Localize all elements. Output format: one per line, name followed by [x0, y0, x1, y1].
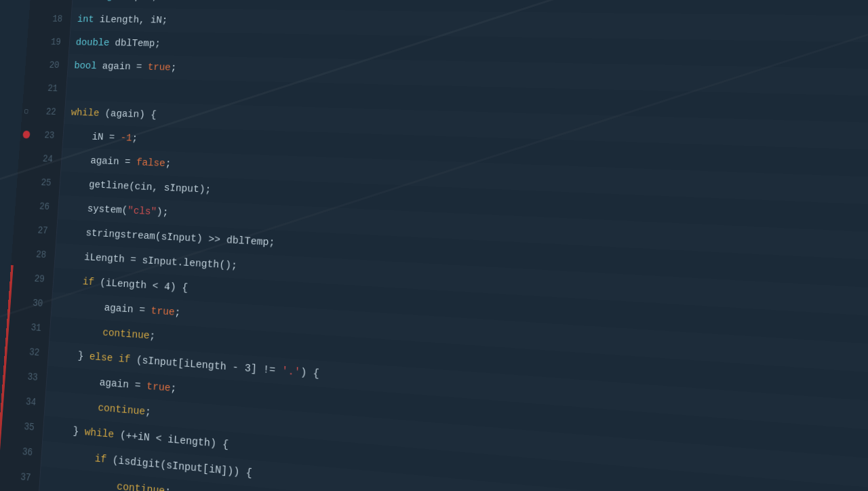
line-number-text: 19 — [51, 37, 62, 47]
line-number: 29 — [9, 265, 55, 292]
token-plain: iLength, iN; — [94, 14, 168, 26]
token-plain: again = — [96, 60, 148, 73]
code-block: 17string sInput;18int iLength, iN;19doub… — [0, 0, 868, 491]
token-plain: (++iN < iLength) { — [114, 428, 229, 451]
token-plain: getline(cin, sInput); — [66, 178, 211, 196]
line-number-text: 17 — [54, 0, 64, 1]
token-plain: (iLength < 4) { — [94, 276, 188, 294]
token-val: false — [136, 157, 165, 170]
line-number: 30 — [7, 290, 53, 317]
line-number: 32 — [4, 338, 50, 366]
line-number-text: 25 — [41, 177, 52, 188]
token-val: -1 — [120, 132, 132, 144]
token-kw: if — [60, 274, 95, 288]
red-bar — [9, 265, 14, 290]
line-number: 17 — [30, 0, 74, 7]
token-plain: sInput; — [112, 0, 158, 3]
token-val: true — [146, 380, 171, 395]
red-bar — [4, 338, 8, 362]
token-plain: again = — [58, 298, 151, 317]
token-plain: ; — [174, 306, 181, 319]
token-kw: if — [47, 448, 106, 466]
token-plain: } — [54, 348, 90, 363]
token-str: "cls" — [127, 204, 157, 218]
token-val: true — [151, 305, 175, 319]
token-kw: continue — [56, 323, 150, 342]
token-plain: ; — [149, 330, 156, 342]
token-plain: ; — [165, 157, 172, 170]
line-number-text: 24 — [42, 153, 53, 164]
line-number-text: 35 — [24, 421, 35, 433]
token-plain: ; — [132, 132, 138, 144]
line-number: 23 — [20, 123, 64, 148]
line-number-text: 21 — [47, 83, 58, 94]
token-type: string — [79, 0, 113, 2]
line-number-text: 33 — [27, 371, 38, 382]
line-number: 19 — [26, 30, 71, 54]
line-number-text: 34 — [25, 396, 36, 408]
token-str: '.' — [281, 364, 300, 378]
red-bar — [1, 387, 5, 412]
line-number-text: 36 — [22, 446, 33, 458]
token-kw: else if — [89, 351, 130, 366]
line-number: 36 — [0, 437, 43, 466]
red-bar — [0, 412, 3, 437]
token-plain: ; — [145, 406, 152, 419]
line-number-text: 20 — [49, 60, 60, 71]
token-plain: ; — [170, 382, 177, 395]
editor-wrapper: 17string sInput;18int iLength, iN;19doub… — [0, 0, 868, 491]
fold-icon[interactable]: ▢ — [24, 107, 28, 115]
token-type: double — [75, 37, 110, 49]
token-plain: (again) { — [99, 107, 157, 121]
line-number-text: 27 — [37, 225, 48, 237]
line-number-text: 37 — [20, 471, 31, 484]
token-plain: again = — [68, 154, 137, 169]
line-number-text: 22 — [45, 106, 56, 117]
line-number: 34 — [1, 387, 47, 416]
token-plain: ) { — [300, 366, 320, 380]
line-number: 25 — [16, 170, 61, 195]
line-number-text: 26 — [39, 201, 50, 212]
red-bar — [2, 363, 6, 388]
line-number-text: 23 — [44, 130, 55, 141]
token-kw: continue — [51, 397, 145, 418]
token-plain: iLength = sInput.length(); — [61, 250, 237, 272]
token-plain: dblTemp; — [109, 37, 161, 50]
line-number: 37 — [0, 462, 41, 491]
token-plain: } — [50, 423, 85, 438]
token-plain: ; — [165, 485, 172, 491]
red-bar — [0, 437, 1, 462]
token-val: true — [147, 61, 171, 73]
line-number: 20 — [24, 53, 68, 77]
line-number: 35 — [0, 412, 45, 441]
line-number-text: 32 — [29, 347, 40, 358]
line-number: 33 — [2, 363, 47, 391]
line-number: 31 — [5, 313, 51, 341]
line-number: 26 — [14, 193, 59, 219]
token-plain: again = — [53, 372, 147, 393]
token-kw: while — [84, 426, 114, 441]
token-kw: while — [71, 106, 100, 119]
token-kw: continue — [46, 473, 165, 491]
line-number: 18 — [28, 7, 72, 31]
token-plain: iN = — [69, 130, 121, 144]
token-plain: system( — [64, 201, 128, 216]
line-number-text: 18 — [52, 14, 63, 24]
line-number: 28 — [11, 241, 56, 267]
line-number: 24 — [18, 146, 62, 171]
line-number-text: 29 — [34, 273, 45, 285]
token-type: bool — [74, 60, 97, 72]
line-number-text: 31 — [31, 322, 41, 334]
line-number-text: 28 — [36, 249, 47, 260]
breakpoint-indicator — [22, 130, 30, 138]
token-plain: ); — [156, 205, 168, 218]
line-number-text: 30 — [33, 298, 43, 309]
red-bar — [5, 313, 9, 338]
red-bar — [7, 290, 12, 314]
token-plain: ; — [170, 62, 177, 74]
token-type: int — [77, 14, 94, 25]
line-number: 27 — [13, 217, 58, 243]
line-number: ▢22 — [21, 99, 66, 123]
line-number: 21 — [23, 76, 68, 100]
